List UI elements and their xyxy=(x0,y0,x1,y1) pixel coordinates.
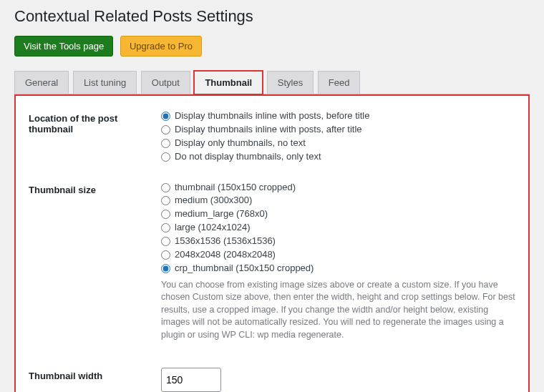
tab-general[interactable]: General xyxy=(14,71,69,94)
location-label: Location of the post thumbnail xyxy=(29,106,161,177)
size-label: Thumbnail size xyxy=(29,177,161,363)
size-radio-1536[interactable] xyxy=(161,237,170,246)
size-description: You can choose from existing image sizes… xyxy=(161,279,515,342)
tab-styles[interactable]: Styles xyxy=(267,71,314,94)
location-opt-3: Do not display thumbnails, only text xyxy=(175,151,321,163)
size-opt-4: 1536x1536 (1536x1536) xyxy=(175,235,276,248)
settings-panel: Location of the post thumbnail Display t… xyxy=(14,94,530,392)
location-radio-no-thumb[interactable] xyxy=(161,152,170,162)
location-opt-2: Display only thumbnails, no text xyxy=(175,137,306,150)
location-opt-0: Display thumbnails inline with posts, be… xyxy=(175,110,369,122)
location-radio-before[interactable] xyxy=(161,112,170,121)
page-title: Contextual Related Posts Settings xyxy=(14,7,530,26)
size-radio-medium-large[interactable] xyxy=(161,210,170,219)
location-opt-1: Display thumbnails inline with posts, af… xyxy=(175,124,362,136)
width-label: Thumbnail width xyxy=(29,363,161,392)
location-radio-after[interactable] xyxy=(161,125,170,134)
size-radio-medium[interactable] xyxy=(161,196,170,205)
size-opt-3: large (1024x1024) xyxy=(175,222,251,234)
visit-tools-button[interactable]: Visit the Tools page xyxy=(14,36,113,57)
size-opt-2: medium_large (768x0) xyxy=(175,208,268,220)
size-radio-large[interactable] xyxy=(161,223,170,232)
tab-feed[interactable]: Feed xyxy=(318,71,361,94)
size-opt-0: thumbnail (150x150 cropped) xyxy=(175,182,296,194)
tabs-nav: General List tuning Output Thumbnail Sty… xyxy=(14,71,530,94)
size-radio-thumbnail[interactable] xyxy=(161,183,170,192)
upgrade-pro-button[interactable]: Upgrade to Pro xyxy=(120,36,202,57)
tab-list-tuning[interactable]: List tuning xyxy=(73,71,137,94)
size-radio-crp[interactable] xyxy=(161,264,170,273)
size-opt-1: medium (300x300) xyxy=(175,195,252,207)
location-radio-only-thumb[interactable] xyxy=(161,139,170,148)
tab-thumbnail[interactable]: Thumbnail xyxy=(194,71,263,94)
width-input[interactable] xyxy=(161,368,221,392)
size-radio-2048[interactable] xyxy=(161,250,170,260)
size-opt-5: 2048x2048 (2048x2048) xyxy=(175,249,276,261)
size-opt-6: crp_thumbnail (150x150 cropped) xyxy=(175,263,314,275)
tab-output[interactable]: Output xyxy=(141,71,190,94)
